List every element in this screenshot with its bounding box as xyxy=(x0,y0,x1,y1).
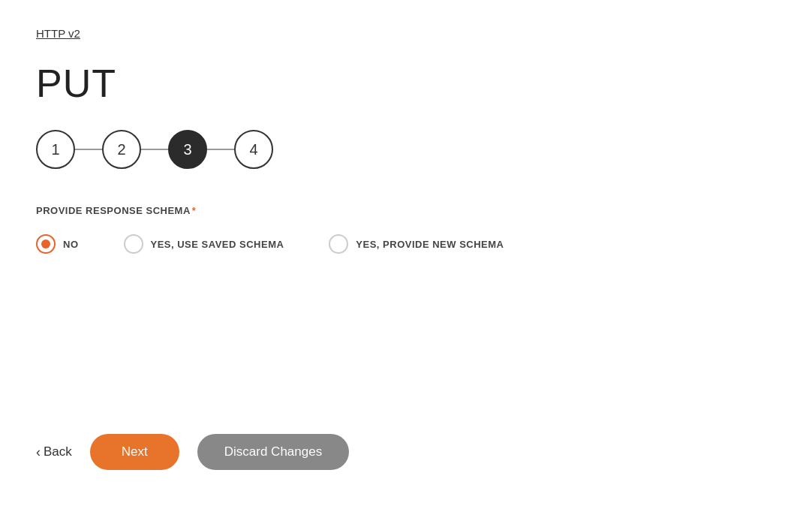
required-star: * xyxy=(192,205,197,216)
back-button[interactable]: ‹ Back xyxy=(36,444,72,460)
button-row: ‹ Back Next Discard Changes xyxy=(36,434,349,470)
radio-outer-no xyxy=(36,234,56,254)
step-connector-1 xyxy=(75,149,102,150)
next-button[interactable]: Next xyxy=(90,434,179,470)
step-3[interactable]: 3 xyxy=(168,130,207,169)
radio-label-yes-new: YES, PROVIDE NEW SCHEMA xyxy=(356,239,504,250)
back-arrow-icon: ‹ xyxy=(36,444,41,460)
radio-option-yes-new[interactable]: YES, PROVIDE NEW SCHEMA xyxy=(329,234,504,254)
page-title: PUT xyxy=(36,61,776,106)
radio-label-no: NO xyxy=(63,239,79,250)
page-container: HTTP v2 PUT 1 2 3 4 PROVIDE RESPONSE SCH… xyxy=(0,0,812,506)
step-1[interactable]: 1 xyxy=(36,130,75,169)
radio-outer-yes-new xyxy=(329,234,348,254)
stepper: 1 2 3 4 xyxy=(36,130,776,169)
radio-group: NO YES, USE SAVED SCHEMA YES, PROVIDE NE… xyxy=(36,234,776,254)
radio-option-yes-saved[interactable]: YES, USE SAVED SCHEMA xyxy=(124,234,284,254)
breadcrumb-link[interactable]: HTTP v2 xyxy=(36,27,80,40)
step-connector-2 xyxy=(141,149,168,150)
step-connector-3 xyxy=(207,149,234,150)
discard-changes-button[interactable]: Discard Changes xyxy=(197,434,349,470)
step-4[interactable]: 4 xyxy=(234,130,273,169)
radio-label-yes-saved: YES, USE SAVED SCHEMA xyxy=(151,239,284,250)
radio-inner-no xyxy=(41,239,50,248)
section-label: PROVIDE RESPONSE SCHEMA* xyxy=(36,205,776,216)
radio-outer-yes-saved xyxy=(124,234,143,254)
radio-option-no[interactable]: NO xyxy=(36,234,79,254)
step-2[interactable]: 2 xyxy=(102,130,141,169)
